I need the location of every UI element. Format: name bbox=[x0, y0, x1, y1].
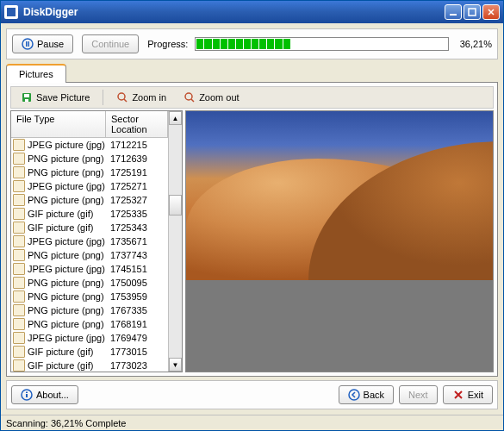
about-label: About... bbox=[36, 390, 69, 400]
next-button[interactable]: Next bbox=[399, 385, 438, 404]
file-icon bbox=[13, 359, 25, 372]
toolbar-separator bbox=[103, 90, 103, 105]
back-label: Back bbox=[364, 390, 384, 400]
file-icon bbox=[13, 194, 25, 206]
status-text: Scanning: 36,21% Complete bbox=[6, 418, 126, 428]
file-type-cell: JPEG picture (jpg) bbox=[28, 181, 107, 191]
tabs-panel: Pictures Save Picture bbox=[6, 63, 498, 377]
svg-rect-4 bbox=[26, 41, 28, 47]
header-sector-location[interactable]: Sector Location bbox=[106, 111, 168, 137]
back-icon bbox=[348, 389, 360, 401]
file-type-cell: JPEG picture (jpg) bbox=[28, 140, 107, 150]
app-icon bbox=[4, 5, 18, 19]
back-button[interactable]: Back bbox=[339, 385, 394, 404]
about-button[interactable]: About... bbox=[11, 385, 78, 404]
table-row[interactable]: PNG picture (png)1768191 bbox=[11, 317, 168, 331]
table-row[interactable]: GIF picture (gif)1773023 bbox=[11, 359, 168, 372]
table-row[interactable]: PNG picture (png)1767335 bbox=[11, 303, 168, 317]
window-title: DiskDigger bbox=[23, 6, 445, 18]
file-type-cell: GIF picture (gif) bbox=[28, 222, 107, 233]
progress-label: Progress: bbox=[147, 39, 188, 49]
preview-image bbox=[186, 111, 493, 280]
sector-cell: 1712215 bbox=[107, 140, 166, 150]
file-type-cell: PNG picture (png) bbox=[28, 319, 107, 329]
file-icon bbox=[13, 208, 25, 220]
file-type-cell: PNG picture (png) bbox=[28, 167, 107, 178]
scan-control-panel: Pause Continue Progress: 36,21% bbox=[6, 28, 498, 59]
sector-cell: 1768191 bbox=[107, 319, 166, 329]
file-type-cell: PNG picture (png) bbox=[28, 278, 107, 288]
list-header: File Type Sector Location bbox=[11, 111, 168, 138]
save-icon bbox=[21, 91, 33, 103]
save-picture-button[interactable]: Save Picture bbox=[13, 88, 97, 107]
pause-button[interactable]: Pause bbox=[12, 34, 73, 53]
sector-cell: 1753959 bbox=[107, 291, 166, 302]
file-type-cell: PNG picture (png) bbox=[28, 195, 107, 205]
pause-icon bbox=[22, 38, 34, 50]
file-icon bbox=[13, 290, 25, 303]
file-type-cell: PNG picture (png) bbox=[28, 250, 107, 260]
next-label: Next bbox=[408, 390, 428, 400]
file-type-cell: JPEG picture (jpg) bbox=[28, 264, 107, 274]
titlebar: DiskDigger bbox=[1, 1, 503, 23]
sector-cell: 1737743 bbox=[107, 250, 166, 260]
table-row[interactable]: PNG picture (png)1750095 bbox=[11, 276, 168, 290]
file-type-cell: PNG picture (png) bbox=[28, 305, 107, 315]
bottom-bar: About... Back Next Exit bbox=[6, 380, 498, 409]
file-icon bbox=[13, 235, 25, 247]
sector-cell: 1750095 bbox=[107, 278, 166, 288]
scroll-thumb[interactable] bbox=[169, 195, 182, 216]
table-row[interactable]: PNG picture (png)1712639 bbox=[11, 152, 168, 166]
scroll-up-arrow[interactable]: ▲ bbox=[169, 111, 182, 125]
table-row[interactable]: PNG picture (png)1737743 bbox=[11, 248, 168, 262]
zoom-out-label: Zoom out bbox=[199, 92, 239, 103]
zoom-out-button[interactable]: Zoom out bbox=[176, 88, 246, 107]
svg-rect-15 bbox=[26, 392, 28, 394]
zoom-in-button[interactable]: Zoom in bbox=[109, 88, 174, 107]
table-row[interactable]: JPEG picture (jpg)1735671 bbox=[11, 234, 168, 248]
file-list-wrap: File Type Sector Location JPEG picture (… bbox=[10, 110, 183, 372]
table-row[interactable]: PNG picture (png)1753959 bbox=[11, 290, 168, 303]
zoom-in-label: Zoom in bbox=[132, 92, 166, 103]
close-button[interactable] bbox=[482, 4, 500, 20]
file-type-cell: PNG picture (png) bbox=[28, 291, 107, 302]
table-row[interactable]: GIF picture (gif)1773015 bbox=[11, 345, 168, 359]
table-row[interactable]: JPEG picture (jpg)1725271 bbox=[11, 179, 168, 193]
file-icon bbox=[13, 332, 25, 344]
file-icon bbox=[13, 180, 25, 192]
zoom-in-icon bbox=[116, 91, 128, 103]
table-row[interactable]: PNG picture (png)1725191 bbox=[11, 166, 168, 179]
table-row[interactable]: JPEG picture (jpg)1712215 bbox=[11, 138, 168, 152]
svg-rect-1 bbox=[450, 14, 457, 16]
maximize-button[interactable] bbox=[464, 4, 481, 20]
file-type-cell: PNG picture (png) bbox=[28, 153, 107, 164]
table-row[interactable]: JPEG picture (jpg)1745151 bbox=[11, 262, 168, 276]
minimize-button[interactable] bbox=[445, 4, 462, 20]
scrollbar[interactable]: ▲ ▼ bbox=[168, 111, 182, 372]
table-row[interactable]: JPEG picture (jpg)1769479 bbox=[11, 331, 168, 345]
scroll-down-arrow[interactable]: ▼ bbox=[169, 358, 182, 372]
svg-rect-0 bbox=[7, 8, 16, 16]
scroll-track[interactable] bbox=[169, 125, 182, 358]
tab-pictures-label: Pictures bbox=[19, 69, 53, 79]
header-file-type[interactable]: File Type bbox=[11, 111, 106, 137]
table-row[interactable]: PNG picture (png)1725327 bbox=[11, 193, 168, 207]
app-window: DiskDigger Pause Continue bbox=[0, 0, 504, 431]
svg-line-12 bbox=[191, 99, 194, 102]
table-row[interactable]: GIF picture (gif)1725335 bbox=[11, 207, 168, 221]
progress-wrap: Progress: 36,21% bbox=[147, 37, 492, 51]
table-row[interactable]: GIF picture (gif)1725343 bbox=[11, 221, 168, 234]
svg-rect-5 bbox=[28, 41, 30, 47]
file-icon bbox=[13, 277, 25, 289]
file-icon bbox=[13, 153, 25, 165]
svg-rect-14 bbox=[26, 394, 28, 397]
file-icon bbox=[13, 166, 25, 178]
continue-button[interactable]: Continue bbox=[82, 34, 139, 53]
content-area: Pause Continue Progress: 36,21% Pictures bbox=[1, 23, 503, 415]
main-split: File Type Sector Location JPEG picture (… bbox=[10, 110, 494, 372]
zoom-out-icon bbox=[184, 91, 196, 103]
tab-pictures[interactable]: Pictures bbox=[6, 64, 66, 83]
exit-button[interactable]: Exit bbox=[443, 385, 493, 404]
tabs-header: Pictures bbox=[6, 63, 498, 82]
tab-body: Save Picture Zoom in Zoom out bbox=[6, 82, 498, 377]
